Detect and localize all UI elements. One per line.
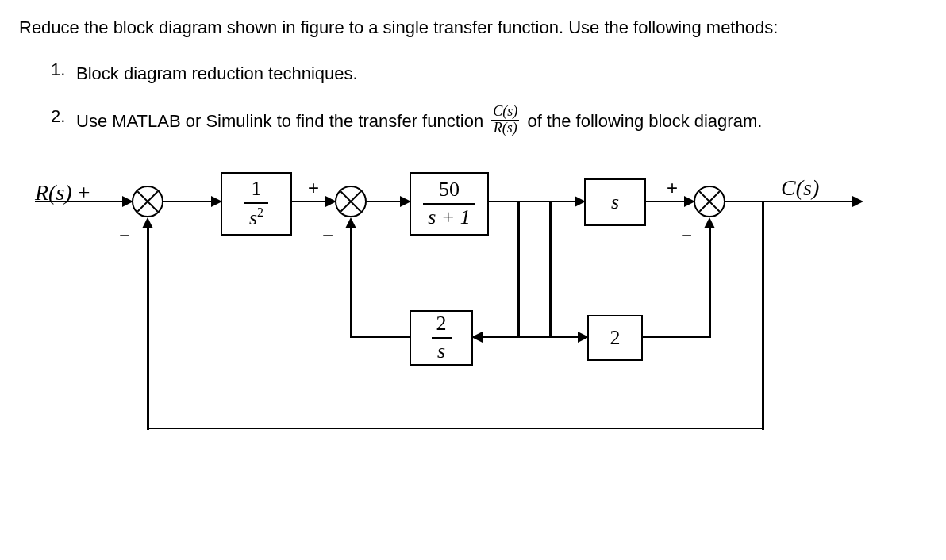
arrow-up-icon — [704, 217, 715, 228]
summing-junction-1 — [132, 186, 163, 217]
wire — [147, 428, 764, 430]
h3-value: 2 — [610, 326, 621, 350]
g1-num: 1 — [244, 178, 268, 204]
arrow-left-icon — [471, 332, 483, 343]
list-body: Block diagram reduction techniques. — [76, 59, 927, 87]
summing-junction-3 — [694, 186, 725, 217]
g2-den: s + 1 — [423, 205, 475, 229]
wire — [489, 201, 583, 203]
sum3-plus: + — [667, 177, 678, 199]
g2-num: 50 — [423, 178, 475, 205]
g3-value: s — [611, 190, 619, 214]
block-g2: 50 s + 1 — [410, 172, 489, 236]
list-number: 1. — [51, 59, 76, 87]
wire — [762, 201, 764, 430]
wire — [479, 336, 586, 339]
output-label: C(s) — [781, 175, 819, 201]
h2-num: 2 — [432, 313, 452, 339]
h2-den: s — [432, 339, 452, 363]
problem-intro: Reduce the block diagram shown in figure… — [19, 16, 927, 40]
wire — [549, 201, 552, 338]
item2-text-a: Use MATLAB or Simulink to find the trans… — [76, 111, 483, 131]
list-number: 2. — [51, 106, 76, 139]
g1-den: s2 — [244, 204, 268, 229]
sum1-minus: − — [119, 224, 130, 247]
wire — [643, 336, 710, 339]
arrow-up-icon — [345, 217, 356, 228]
wire — [725, 201, 860, 203]
block-diagram: R(s) + − 1 s2 + − 50 s + 1 — [35, 158, 876, 459]
block-g3: s — [584, 178, 646, 226]
summing-junction-2 — [335, 186, 367, 217]
block-g1: 1 s2 — [221, 172, 292, 236]
frac-num: C(s) — [491, 104, 519, 121]
list-item-1: 1. Block diagram reduction techniques. — [51, 59, 927, 87]
sum2-minus: − — [322, 224, 333, 247]
wire — [709, 225, 711, 338]
sum3-minus: − — [681, 224, 692, 247]
item2-text-b: of the following block diagram. — [527, 111, 762, 131]
wire — [517, 201, 520, 338]
wire — [147, 225, 149, 430]
arrow-right-icon — [852, 196, 863, 207]
block-h2: 2 s — [410, 310, 473, 366]
frac-den: R(s) — [491, 121, 519, 136]
wire — [350, 336, 410, 339]
list-item-2: 2. Use MATLAB or Simulink to find the tr… — [51, 106, 927, 139]
wire — [35, 201, 126, 203]
list-body: Use MATLAB or Simulink to find the trans… — [76, 106, 927, 139]
wire — [350, 225, 352, 338]
transfer-function-fraction: C(s) R(s) — [491, 104, 519, 136]
methods-list: 1. Block diagram reduction techniques. 2… — [19, 59, 927, 139]
sum2-plus: + — [308, 177, 319, 199]
block-h3: 2 — [587, 315, 643, 361]
arrow-up-icon — [142, 217, 153, 228]
